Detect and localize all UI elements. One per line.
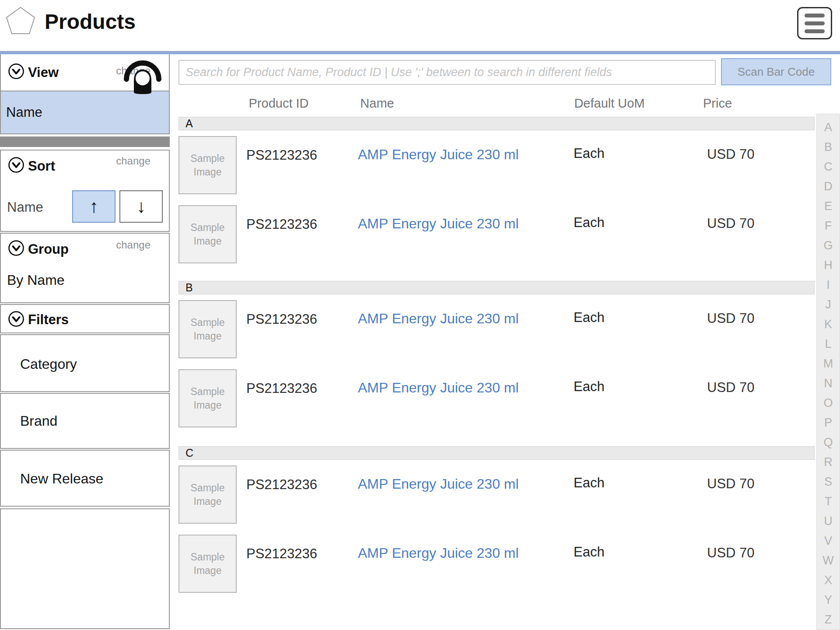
price-cell: USD 70 [707, 545, 755, 561]
product-id-cell: PS2123236 [246, 147, 317, 163]
alphabet-index-letter-W[interactable]: W [817, 554, 840, 567]
up-arrow-icon: ↑ [89, 196, 98, 217]
default-uom-cell: Each [574, 379, 605, 395]
alphabet-index-letter-G[interactable]: G [817, 239, 840, 252]
alphabet-index-letter-Q[interactable]: Q [817, 436, 840, 449]
product-row[interactable]: Sample ImagePS2123236AMP Energy Juice 23… [178, 466, 815, 524]
pentagon-icon [5, 6, 36, 35]
default-uom-cell: Each [574, 310, 605, 326]
alphabet-index-letter-O[interactable]: O [817, 396, 840, 410]
alphabet-index-letter-K[interactable]: K [817, 318, 840, 331]
alphabet-index-letter-T[interactable]: T [817, 495, 840, 508]
group-header-C: C [178, 446, 815, 460]
chevron-down-circle-icon[interactable] [8, 240, 24, 256]
group-value-label: By Name [7, 272, 65, 288]
scan-bar-code-button[interactable]: Scan Bar Code [721, 58, 831, 85]
product-id-cell: PS2123236 [246, 546, 317, 562]
price-cell: USD 70 [707, 476, 755, 492]
hamburger-icon [805, 14, 825, 18]
filter-item-brand[interactable]: Brand [0, 393, 170, 449]
sample-image-placeholder: Sample Image [178, 205, 237, 263]
alphabet-index-letter-Z[interactable]: Z [817, 613, 840, 626]
filter-item-label: New Release [20, 471, 103, 487]
chevron-down-circle-icon[interactable] [8, 63, 24, 80]
sort-change-link[interactable]: change [116, 155, 150, 167]
product-id-cell: PS2123236 [246, 477, 317, 493]
alphabet-index: ABCDEFGHIJKLMNOPQRSTUVWXYZ [816, 114, 840, 630]
default-uom-cell: Each [574, 544, 605, 560]
alphabet-index-letter-I[interactable]: I [817, 278, 840, 292]
alphabet-index-letter-X[interactable]: X [817, 574, 840, 587]
product-row[interactable]: Sample ImagePS2123236AMP Energy Juice 23… [178, 300, 815, 359]
price-cell: USD 70 [707, 311, 755, 326]
group-letter: C [186, 447, 193, 459]
column-header-name: Name [360, 96, 394, 111]
alphabet-index-letter-P[interactable]: P [817, 416, 840, 430]
group-letter: A [186, 117, 193, 130]
alphabet-index-letter-R[interactable]: R [817, 455, 840, 469]
sample-image-placeholder: Sample Image [178, 535, 237, 593]
products-page: Products View change Name [0, 0, 840, 630]
sample-image-label: Sample Image [188, 550, 228, 578]
product-row[interactable]: Sample ImagePS2123236AMP Energy Juice 23… [178, 369, 815, 428]
view-change-link[interactable]: change [116, 65, 150, 77]
hamburger-menu-button[interactable] [797, 7, 832, 39]
product-name-link[interactable]: AMP Energy Juice 230 ml [358, 147, 519, 163]
price-cell: USD 70 [707, 380, 755, 396]
view-option-label: Name [6, 105, 42, 120]
default-uom-cell: Each [574, 215, 605, 231]
sort-ascending-button[interactable]: ↑ [72, 190, 116, 223]
alphabet-index-letter-A[interactable]: A [817, 121, 840, 134]
search-input[interactable] [178, 60, 716, 85]
alphabet-index-letter-J[interactable]: J [817, 298, 840, 312]
alphabet-index-letter-D[interactable]: D [817, 180, 840, 193]
alphabet-index-letter-L[interactable]: L [817, 337, 840, 351]
alphabet-index-letter-C[interactable]: C [817, 160, 840, 174]
column-header-product-id: Product ID [249, 96, 309, 111]
product-id-cell: PS2123236 [246, 217, 317, 232]
column-header-price: Price [703, 96, 732, 111]
product-name-link[interactable]: AMP Energy Juice 230 ml [358, 476, 519, 492]
page-title: Products [45, 10, 136, 34]
product-row[interactable]: Sample ImagePS2123236AMP Energy Juice 23… [178, 205, 815, 264]
sort-descending-button[interactable]: ↓ [119, 190, 163, 223]
sample-image-placeholder: Sample Image [178, 300, 237, 358]
filters-section-header: Filters [0, 304, 170, 333]
view-section-title: View [28, 65, 59, 80]
filter-item-category[interactable]: Category [0, 334, 170, 392]
alphabet-index-letter-E[interactable]: E [817, 200, 840, 213]
alphabet-index-letter-H[interactable]: H [817, 259, 840, 272]
product-row[interactable]: Sample ImagePS2123236AMP Energy Juice 23… [178, 535, 815, 593]
sample-image-label: Sample Image [188, 385, 228, 412]
group-header-A: A [178, 117, 815, 130]
alphabet-index-letter-M[interactable]: M [817, 357, 840, 371]
sample-image-label: Sample Image [188, 481, 228, 508]
sort-section-title: Sort [28, 158, 55, 174]
sidebar-divider-bar [0, 136, 170, 147]
alphabet-index-letter-B[interactable]: B [817, 140, 840, 154]
product-name-link[interactable]: AMP Energy Juice 230 ml [358, 216, 519, 232]
sample-image-placeholder: Sample Image [178, 466, 237, 524]
product-row[interactable]: Sample ImagePS2123236AMP Energy Juice 23… [178, 136, 815, 195]
alphabet-index-letter-S[interactable]: S [817, 475, 840, 489]
price-cell: USD 70 [707, 216, 755, 231]
alphabet-index-letter-N[interactable]: N [817, 377, 840, 390]
filter-item-new-release[interactable]: New Release [0, 450, 170, 507]
alphabet-index-letter-V[interactable]: V [817, 534, 840, 548]
column-header-default-uom: Default UoM [574, 96, 644, 111]
chevron-down-circle-icon[interactable] [8, 311, 24, 327]
view-option-name-selected[interactable]: Name [0, 91, 170, 134]
chevron-down-circle-icon[interactable] [8, 157, 24, 173]
alphabet-index-letter-Y[interactable]: Y [817, 593, 840, 607]
group-section-title: Group [28, 242, 69, 257]
product-name-link[interactable]: AMP Energy Juice 230 ml [358, 380, 519, 396]
group-change-link[interactable]: change [116, 239, 150, 251]
alphabet-index-letter-F[interactable]: F [817, 219, 840, 233]
default-uom-cell: Each [574, 475, 605, 491]
scan-bar-code-label: Scan Bar Code [738, 65, 815, 79]
product-name-link[interactable]: AMP Energy Juice 230 ml [358, 311, 519, 327]
sample-image-placeholder: Sample Image [178, 136, 237, 194]
alphabet-index-letter-U[interactable]: U [817, 514, 840, 528]
header-accent-divider [0, 51, 840, 54]
product-name-link[interactable]: AMP Energy Juice 230 ml [358, 545, 519, 561]
